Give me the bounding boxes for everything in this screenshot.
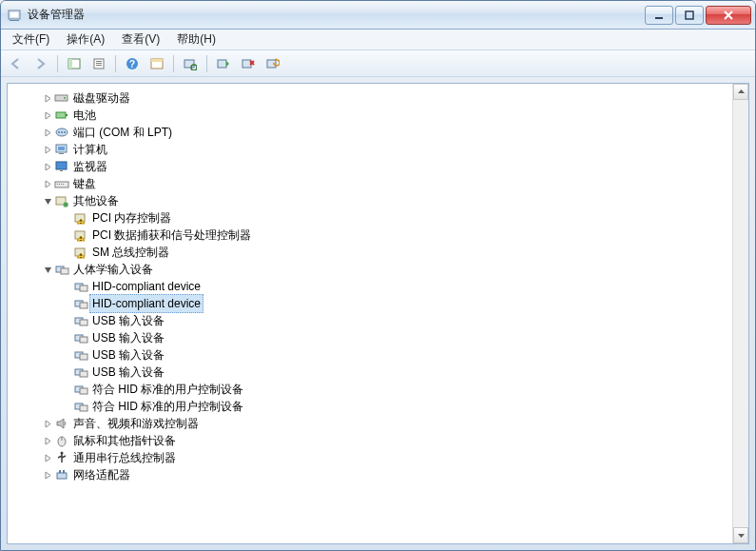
tree-node-label[interactable]: 网络适配器 [70, 466, 133, 483]
tree-node-label[interactable]: USB 输入设备 [89, 329, 167, 346]
show-tree-button[interactable] [63, 53, 86, 74]
hid-category-icon [53, 263, 70, 276]
expand-icon[interactable] [42, 180, 53, 188]
scroll-up-button[interactable] [733, 84, 748, 100]
tree-node-label[interactable]: USB 输入设备 [89, 346, 167, 364]
expand-icon[interactable] [42, 163, 53, 171]
menu-help[interactable]: 帮助(H) [169, 30, 223, 49]
tree-node[interactable]: 网络适配器 [10, 466, 730, 483]
svg-rect-54 [80, 303, 87, 308]
minimize-button[interactable] [645, 6, 673, 25]
tree-node[interactable]: USB 输入设备 [10, 312, 730, 329]
tree-node-label[interactable]: SM 总线控制器 [89, 244, 172, 261]
menu-view[interactable]: 查看(V) [114, 30, 167, 49]
tree-node[interactable]: 符合 HID 标准的用户控制设备 [10, 381, 730, 398]
expand-icon[interactable] [42, 128, 53, 137]
tree-node-label[interactable]: HID-compliant device [89, 278, 204, 295]
svg-rect-4 [686, 11, 693, 19]
svg-rect-60 [80, 354, 87, 360]
tree-node[interactable]: 符合 HID 标准的用户控制设备 [10, 398, 730, 415]
tree-node[interactable]: 计算机 [10, 141, 730, 158]
tree-node-label[interactable]: 人体学输入设备 [70, 261, 156, 278]
tree-node-label[interactable]: USB 输入设备 [89, 364, 167, 381]
tree-node[interactable]: USB 输入设备 [10, 364, 730, 381]
svg-rect-32 [60, 170, 63, 171]
svg-rect-35 [59, 184, 60, 185]
menu-file[interactable]: 文件(F) [5, 30, 57, 49]
expand-icon[interactable] [42, 94, 53, 103]
tree-node[interactable]: 人体学输入设备 [10, 261, 730, 278]
enable-button[interactable] [212, 53, 235, 74]
maximize-button[interactable] [675, 6, 704, 25]
tree-node-label[interactable]: USB 输入设备 [89, 312, 167, 329]
help-button[interactable]: ? [121, 53, 144, 74]
tree-node[interactable]: 电池 [10, 107, 730, 124]
tree-node-label[interactable]: 声音、视频和游戏控制器 [70, 415, 202, 432]
tree-node[interactable]: 其他设备 [10, 192, 730, 209]
tree-node-label[interactable]: 监视器 [70, 158, 110, 175]
tree-node[interactable]: PCI 内存控制器 [10, 209, 730, 226]
titlebar: 设备管理器 [1, 1, 755, 30]
tree-node[interactable]: 端口 (COM 和 LPT) [10, 124, 730, 141]
content-area: 磁盘驱动器电池端口 (COM 和 LPT)计算机监视器键盘其他设备PCI 内存控… [7, 83, 749, 544]
svg-rect-72 [63, 470, 65, 473]
menu-action[interactable]: 操作(A) [59, 30, 112, 49]
tree-node[interactable]: 通用串行总线控制器 [10, 449, 730, 466]
tree-node[interactable]: HID-compliant device [10, 278, 730, 295]
expand-icon[interactable] [42, 420, 53, 428]
collapse-icon[interactable] [42, 266, 53, 274]
scroll-track[interactable] [733, 100, 748, 527]
svg-rect-30 [59, 153, 64, 154]
tree-node[interactable]: 鼠标和其他指针设备 [10, 432, 730, 449]
expand-icon[interactable] [42, 146, 53, 154]
scroll-down-button[interactable] [733, 527, 748, 543]
update-driver-button[interactable] [262, 53, 284, 74]
tree-node[interactable]: 声音、视频和游戏控制器 [10, 415, 730, 432]
collapse-icon[interactable] [42, 197, 53, 206]
expand-icon[interactable] [42, 437, 53, 445]
svg-rect-29 [58, 147, 65, 150]
tree-node-label[interactable]: 键盘 [70, 175, 99, 192]
close-button[interactable] [706, 6, 751, 25]
tree-node[interactable]: SM 总线控制器 [10, 244, 730, 261]
other-devices-icon [53, 194, 70, 207]
tree-node-label[interactable]: 鼠标和其他指针设备 [70, 432, 179, 449]
tree-node-label[interactable]: 计算机 [70, 141, 110, 158]
expand-icon[interactable] [42, 111, 53, 120]
properties-button[interactable] [87, 53, 110, 74]
hid-device-icon [72, 314, 89, 327]
tree-node[interactable]: 监视器 [10, 158, 730, 175]
tree-node-label[interactable]: 符合 HID 标准的用户控制设备 [89, 398, 246, 415]
tree-node[interactable]: HID-compliant device [10, 295, 730, 312]
tree-node-label[interactable]: HID-compliant device [89, 294, 204, 313]
vertical-scrollbar[interactable] [732, 84, 748, 543]
back-button[interactable] [5, 53, 28, 74]
tree-node-label[interactable]: 其他设备 [70, 192, 122, 209]
tree-node-label[interactable]: 符合 HID 标准的用户控制设备 [89, 381, 246, 398]
forward-button[interactable] [29, 53, 52, 74]
uninstall-button[interactable] [237, 53, 260, 74]
tree-node[interactable]: 键盘 [10, 175, 730, 192]
device-tree[interactable]: 磁盘驱动器电池端口 (COM 和 LPT)计算机监视器键盘其他设备PCI 内存控… [8, 84, 732, 543]
tree-node-label[interactable]: 通用串行总线控制器 [70, 449, 179, 466]
details-button[interactable] [145, 53, 168, 74]
svg-rect-62 [80, 371, 87, 377]
svg-rect-20 [55, 95, 68, 101]
window-buttons [645, 6, 751, 25]
tree-node[interactable]: PCI 数据捕获和信号处理控制器 [10, 226, 730, 244]
hid-device-icon [72, 348, 89, 362]
tree-node[interactable]: 磁盘驱动器 [10, 89, 730, 107]
tree-node[interactable]: USB 输入设备 [10, 346, 730, 364]
tree-node-label[interactable]: PCI 内存控制器 [89, 209, 174, 226]
tree-node-label[interactable]: 端口 (COM 和 LPT) [70, 124, 175, 141]
svg-rect-50 [61, 268, 68, 274]
tree-node[interactable]: USB 输入设备 [10, 329, 730, 346]
expand-icon[interactable] [42, 454, 53, 462]
tree-node-label[interactable]: 磁盘驱动器 [70, 89, 133, 107]
expand-icon[interactable] [42, 471, 53, 480]
tree-node-label[interactable]: PCI 数据捕获和信号处理控制器 [89, 226, 254, 244]
tree-node-label[interactable]: 电池 [70, 107, 99, 124]
scan-button[interactable] [179, 53, 202, 74]
warning-device-icon [72, 211, 89, 225]
window-title: 设备管理器 [28, 7, 85, 23]
